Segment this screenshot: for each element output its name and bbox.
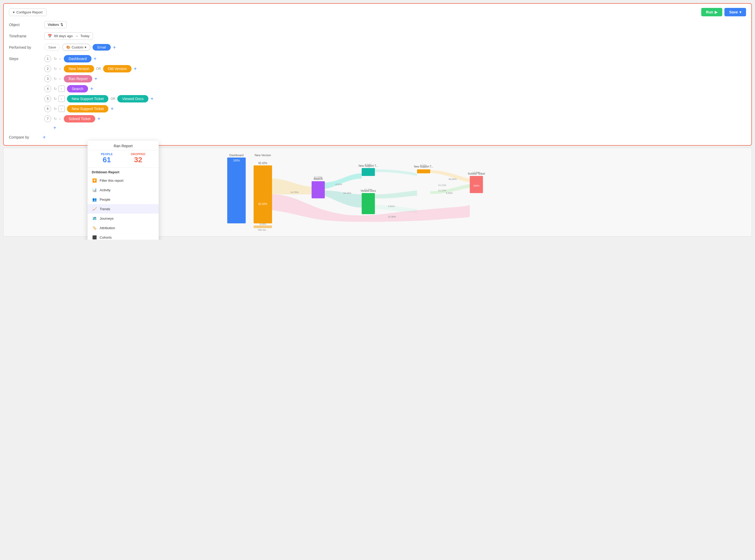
menu-label-people: People — [100, 198, 110, 201]
save-tag-label: Save — [48, 45, 56, 49]
journeys-icon: 🗺️ — [92, 216, 97, 221]
pct-solved-ticket-inner: 100% — [473, 184, 479, 187]
step-pill-viewed-docs[interactable]: Viewed Docs — [117, 95, 148, 102]
bar-new-version[interactable] — [254, 165, 272, 223]
step-branch-icon-3[interactable]: ⌐ — [59, 77, 62, 81]
configure-report-button[interactable]: ▾ Configure Report — [9, 8, 46, 16]
add-step-7-button[interactable]: + — [97, 116, 100, 121]
menu-item-filter[interactable]: 🔽 Filter this report — [88, 176, 159, 185]
run-label: Run — [706, 10, 713, 14]
calendar-icon: 📅 — [48, 34, 52, 38]
step-number-5: 5 — [44, 95, 51, 102]
label-new-version: New Version — [255, 154, 271, 157]
step-pill-new-version[interactable]: New Version — [64, 65, 94, 73]
object-value: Visitors — [48, 23, 59, 26]
chevron-icon: ⇅ — [60, 23, 63, 26]
menu-item-trends[interactable]: 📈 Trends — [88, 204, 159, 214]
step-row-1: 1 ↻ ⌐ Dashboard + — [44, 55, 154, 62]
bar-new-support-1[interactable] — [362, 168, 375, 176]
step-refresh-icon-3[interactable]: ↻ — [53, 77, 57, 81]
chevron-custom-icon: ▾ — [84, 45, 86, 49]
step-refresh-icon-6[interactable]: ↻ — [53, 107, 57, 111]
step-branch-icon-2[interactable]: ⌐ — [59, 67, 62, 71]
bar-dashboard[interactable] — [227, 158, 246, 223]
flow-pct-1: 14.75% — [291, 191, 299, 194]
custom-icon: 🎨 — [66, 45, 71, 49]
email-tag-button[interactable]: Email — [93, 44, 111, 51]
flow-pct-2: 4.91% — [335, 183, 342, 186]
tooltip-title: Ran Report — [88, 141, 159, 151]
performed-by-container: Save 🎨 Custom ▾ Email + — [44, 44, 116, 51]
step-refresh-icon-1[interactable]: ↻ — [53, 57, 57, 61]
step-refresh-icon-5[interactable]: ↻ — [53, 97, 57, 101]
pct-viewed-docs: 27.27% — [364, 188, 372, 191]
add-step-6-button[interactable]: + — [111, 106, 114, 112]
add-step-3-button[interactable]: + — [94, 76, 98, 81]
object-select[interactable]: Visitors ⇅ — [44, 21, 67, 28]
drilldown-header: Drilldown Report — [88, 167, 159, 176]
flow-pct-3: 44.44% — [343, 192, 351, 194]
bar-new-support-2[interactable] — [417, 169, 430, 173]
custom-tag-button[interactable]: 🎨 Custom ▾ — [62, 44, 91, 51]
label-old-version: Old Ver... — [258, 228, 268, 231]
step-number-7: 7 — [44, 115, 51, 122]
flow-pct-5: 4.91% — [388, 205, 395, 207]
step-pill-solved-ticket[interactable]: Solved Ticket — [64, 115, 95, 122]
steps-row: Steps 1 ↻ ⌐ Dashboard + 2 ↻ — [9, 55, 746, 131]
menu-item-attribution[interactable]: 🏷️ Attribution — [88, 223, 159, 233]
flow-path-5 — [375, 191, 417, 199]
pct-search: 13.63% — [314, 176, 323, 179]
flow-pct-4: 22.95% — [388, 216, 396, 218]
step-pill-dashboard[interactable]: Dashboard — [64, 55, 92, 62]
dropped-label: DROPPED — [131, 153, 145, 156]
play-icon: ▶ — [715, 10, 718, 14]
pct-solved-ticket: 13.63% — [472, 171, 481, 174]
step-icons-5: ↻ ⌐ — [53, 96, 65, 102]
step-icons-1: ↻ ⌐ — [53, 57, 62, 61]
timeframe-select[interactable]: 📅 89 days ago → Today — [44, 33, 93, 40]
menu-label-filter: Filter this report — [100, 179, 123, 182]
add-compare-button[interactable]: + — [43, 135, 46, 140]
save-tag-button[interactable]: Save — [44, 44, 60, 51]
pct-new-support-2: 3.03% — [420, 164, 427, 167]
step-icon-box-6: ⌐ — [59, 106, 65, 112]
step-refresh-icon-7[interactable]: ↻ — [53, 117, 57, 121]
tooltip-popup: Ran Report PEOPLE 61 DROPPED 32 Drilldow… — [88, 141, 159, 240]
tooltip-stats: PEOPLE 61 DROPPED 32 — [88, 151, 159, 167]
menu-label-attribution: Attribution — [100, 226, 115, 230]
step-pill-new-support-ticket-5[interactable]: New Support Ticket — [67, 95, 108, 102]
save-button[interactable]: Save ▾ — [724, 8, 746, 16]
step-number-1: 1 — [44, 55, 51, 62]
bar-search[interactable] — [312, 181, 325, 198]
step-pill-search[interactable]: Search — [67, 85, 88, 93]
add-step-4-button[interactable]: + — [90, 86, 93, 92]
step-icons-4: ↻ ⌐ — [53, 86, 65, 92]
step-refresh-icon-4[interactable]: ↻ — [53, 87, 57, 91]
chevron-down-icon-save: ▾ — [739, 10, 741, 14]
step-pill-ran-report[interactable]: Ran Report — [64, 75, 92, 82]
run-button[interactable]: Run ▶ — [701, 8, 722, 16]
add-step-2-button[interactable]: + — [134, 66, 137, 72]
menu-item-cohorts[interactable]: ⬛ Cohorts — [88, 233, 159, 240]
pct-new-version-top: 92.42% — [258, 162, 267, 165]
menu-item-activity[interactable]: 📊 Activity — [88, 185, 159, 195]
menu-item-journeys[interactable]: 🗺️ Journeys — [88, 214, 159, 223]
dropped-value: 32 — [131, 156, 145, 164]
step-refresh-icon-2[interactable]: ↻ — [53, 67, 57, 71]
step-branch-icon-7[interactable]: ⌐ — [59, 117, 62, 121]
people-stat: PEOPLE 61 — [101, 153, 113, 164]
add-step-5-button[interactable]: + — [151, 96, 154, 101]
step-pill-old-version[interactable]: Old Version — [103, 65, 132, 73]
config-header: ▾ Configure Report Run ▶ Save ▾ — [9, 8, 746, 16]
chevron-down-icon: ▾ — [13, 10, 15, 14]
bar-viewed-docs[interactable] — [362, 193, 375, 214]
pct-dashboard: 100% — [233, 159, 240, 162]
add-new-step-button[interactable]: + — [53, 125, 56, 131]
add-step-1-button[interactable]: + — [94, 56, 97, 61]
menu-item-people[interactable]: 👥 People — [88, 195, 159, 204]
add-performed-by-button[interactable]: + — [113, 45, 116, 50]
step-branch-icon-1[interactable]: ⌐ — [59, 57, 62, 61]
step-pill-new-support-ticket-6[interactable]: New Support Ticket — [67, 105, 108, 113]
step-number-2: 2 — [44, 65, 51, 72]
bar-old-version[interactable] — [254, 225, 272, 228]
